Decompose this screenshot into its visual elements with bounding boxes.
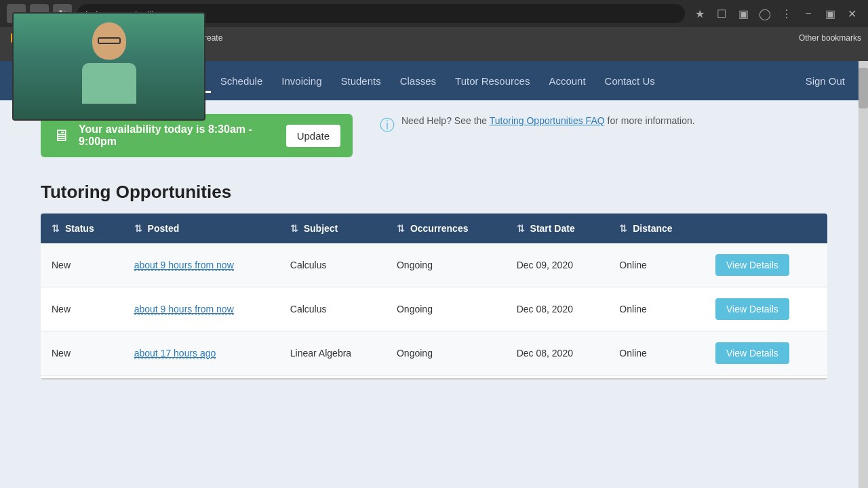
row3-occurrences: Ongoing xyxy=(386,331,506,375)
close-button[interactable]: ✕ xyxy=(842,4,861,23)
col-occurrences[interactable]: ⇅ Occurrences xyxy=(386,214,506,243)
main-content: 🖥 Your availability today is 8:30am - 9:… xyxy=(0,100,868,488)
row3-distance: Online xyxy=(608,331,705,375)
row3-posted: about 17 hours ago xyxy=(123,331,279,375)
row1-start-date: Dec 09, 2020 xyxy=(506,243,609,287)
person-silhouette xyxy=(75,22,143,110)
row1-occurrences: Ongoing xyxy=(386,243,506,287)
table-header: ⇅ Status ⇅ Posted ⇅ Subject ⇅ Occurrence… xyxy=(41,214,827,243)
nav-item-schedule[interactable]: Schedule xyxy=(211,70,273,92)
update-button[interactable]: Update xyxy=(286,125,340,147)
page-title: Tutoring Opportunities xyxy=(41,182,827,203)
help-section: ⓘ Need Help? See the Tutoring Opportunit… xyxy=(380,114,695,136)
divider-cell xyxy=(41,375,827,380)
nav-item-invoicing[interactable]: Invoicing xyxy=(272,70,331,92)
profile-button[interactable]: ◯ xyxy=(755,4,774,23)
table-row: New about 17 hours ago Linear Algebra On… xyxy=(41,331,827,375)
row3-status: New xyxy=(41,331,123,375)
col-posted[interactable]: ⇅ Posted xyxy=(123,214,279,243)
row2-distance: Online xyxy=(608,287,705,331)
view-details-button-2[interactable]: View Details xyxy=(715,298,789,320)
sign-out-link[interactable]: Sign Out xyxy=(796,70,854,92)
header-row: ⇅ Status ⇅ Posted ⇅ Subject ⇅ Occurrence… xyxy=(41,214,827,243)
webcam-overlay xyxy=(12,12,205,121)
sort-icon-start-date: ⇅ xyxy=(517,223,525,234)
extension-abp[interactable]: ☐ xyxy=(712,4,731,23)
sort-icon-status: ⇅ xyxy=(52,223,60,234)
restore-button[interactable]: ▣ xyxy=(821,4,840,23)
row3-action: View Details xyxy=(705,331,827,375)
scrollbar-thumb[interactable] xyxy=(859,68,868,108)
availability-text: Your availability today is 8:30am - 9:00… xyxy=(79,123,277,148)
scrollbar[interactable] xyxy=(859,61,868,488)
webcam-feed xyxy=(14,14,204,119)
help-suffix: for more information. xyxy=(605,115,695,126)
row2-action: View Details xyxy=(705,287,827,331)
sort-icon-subject: ⇅ xyxy=(290,223,298,234)
bookmark-button[interactable]: ★ xyxy=(690,4,709,23)
row3-start-date: Dec 08, 2020 xyxy=(506,331,609,375)
faq-link[interactable]: Tutoring Opportunities FAQ xyxy=(490,115,605,126)
row3-posted-link[interactable]: about 17 hours ago xyxy=(134,348,216,359)
col-distance[interactable]: ⇅ Distance xyxy=(608,214,705,243)
help-prefix: Need Help? See the xyxy=(401,115,490,126)
nav-item-tutor-resources[interactable]: Tutor Resources xyxy=(446,70,539,92)
menu-button[interactable]: ⋮ xyxy=(777,4,796,23)
row1-posted: about 9 hours from now xyxy=(123,243,279,287)
table-divider-row xyxy=(41,375,827,380)
row1-posted-link[interactable]: about 9 hours from now xyxy=(134,260,234,271)
col-start-date[interactable]: ⇅ Start Date xyxy=(506,214,609,243)
sort-icon-posted: ⇅ xyxy=(134,223,142,234)
top-area: 🖥 Your availability today is 8:30am - 9:… xyxy=(41,114,827,171)
nav-item-classes[interactable]: Classes xyxy=(391,70,446,92)
row2-posted: about 9 hours from now xyxy=(123,287,279,331)
col-action xyxy=(705,214,827,243)
row1-action: View Details xyxy=(705,243,827,287)
opportunities-table: ⇅ Status ⇅ Posted ⇅ Subject ⇅ Occurrence… xyxy=(41,214,827,380)
col-subject[interactable]: ⇅ Subject xyxy=(279,214,386,243)
row2-start-date: Dec 08, 2020 xyxy=(506,287,609,331)
person-body xyxy=(82,63,136,104)
sort-icon-occurrences: ⇅ xyxy=(397,223,405,234)
help-icon: ⓘ xyxy=(380,115,395,136)
table-body: New about 9 hours from now Calculus Ongo… xyxy=(41,243,827,379)
view-details-button-1[interactable]: View Details xyxy=(715,254,789,276)
table-row: New about 9 hours from now Calculus Ongo… xyxy=(41,287,827,331)
nav-item-account[interactable]: Account xyxy=(539,70,595,92)
table-row: New about 9 hours from now Calculus Ongo… xyxy=(41,243,827,287)
person-head xyxy=(92,22,126,60)
row2-subject: Calculus xyxy=(279,287,386,331)
row1-subject: Calculus xyxy=(279,243,386,287)
view-details-button-3[interactable]: View Details xyxy=(715,342,789,364)
col-status[interactable]: ⇅ Status xyxy=(41,214,123,243)
sort-icon-distance: ⇅ xyxy=(619,223,627,234)
help-text: Need Help? See the Tutoring Opportunitie… xyxy=(401,114,695,128)
other-bookmarks[interactable]: Other bookmarks xyxy=(799,33,861,43)
minimize-button[interactable]: − xyxy=(799,4,818,23)
glasses xyxy=(98,37,121,44)
row2-occurrences: Ongoing xyxy=(386,287,506,331)
nav-item-contact-us[interactable]: Contact Us xyxy=(595,70,665,92)
row3-subject: Linear Algebra xyxy=(279,331,386,375)
extension-other[interactable]: ▣ xyxy=(734,4,753,23)
browser-actions: ★ ☐ ▣ ◯ ⋮ − ▣ ✕ xyxy=(690,4,861,23)
row2-posted-link[interactable]: about 9 hours from now xyxy=(134,304,234,315)
row1-status: New xyxy=(41,243,123,287)
row1-distance: Online xyxy=(608,243,705,287)
monitor-icon: 🖥 xyxy=(53,126,69,145)
nav-item-students[interactable]: Students xyxy=(331,70,390,92)
row2-status: New xyxy=(41,287,123,331)
